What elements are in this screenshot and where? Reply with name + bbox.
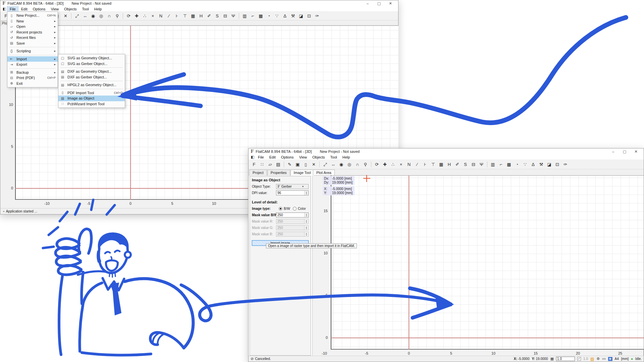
color-swatch-icon[interactable]: ▨: [590, 357, 594, 361]
dots-tool-icon[interactable]: ∵: [521, 161, 529, 168]
align-tool-icon[interactable]: ✚: [133, 12, 141, 20]
menubar-item-help[interactable]: Help: [92, 7, 104, 11]
plot-canvas[interactable]: [331, 175, 644, 350]
zoom-fit-icon[interactable]: ⤢: [73, 12, 81, 20]
save-project-icon[interactable]: ▤: [274, 161, 282, 168]
dots-tool-icon[interactable]: ∵: [273, 12, 281, 20]
subtract-tool-icon[interactable]: S: [462, 161, 469, 168]
dpi-input[interactable]: [277, 191, 304, 195]
menubar-item-options[interactable]: Options: [31, 7, 48, 11]
panelize-tool-icon[interactable]: ▦: [437, 161, 445, 168]
menubar-item-file[interactable]: File: [7, 7, 18, 11]
import-submenu-item-hpgl2-as-geometry-object[interactable]: ▤HPGL2 as Geometry Object...: [58, 82, 125, 88]
titlebar[interactable]: F FlatCAM 8.994 BETA - 64bit - [3D] New …: [249, 148, 644, 155]
import-submenu-item-image-as-object[interactable]: ▨Image as Object: [58, 96, 125, 101]
new-blank-document-icon[interactable]: ▯: [302, 161, 310, 168]
clear-plot-icon[interactable]: ◎: [97, 12, 105, 20]
menubar-item-file[interactable]: File: [256, 155, 266, 160]
rotate-tool-icon[interactable]: ⟳: [125, 12, 132, 20]
maximize-button[interactable]: ▢: [373, 1, 385, 6]
file-menu-item-new-project[interactable]: ▯New Project...Ctrl+N: [7, 13, 58, 18]
sidebar-toggle-icon[interactable]: ◧: [250, 155, 255, 159]
object-type-dropdown[interactable]: F Gerber ▾: [276, 184, 309, 189]
tab-plot-area[interactable]: Plot Area: [313, 170, 335, 175]
calculator-tool-icon[interactable]: ▥: [489, 161, 497, 168]
menubar-item-tool[interactable]: Tool: [80, 7, 91, 11]
delete-object-icon[interactable]: ✕: [310, 161, 318, 168]
menubar-item-options[interactable]: Options: [279, 155, 296, 160]
delete-object-icon[interactable]: ✕: [62, 12, 69, 20]
zoom-fit-icon[interactable]: ⤢: [321, 161, 329, 168]
replot-icon[interactable]: ◉: [89, 12, 97, 20]
menubar-item-view[interactable]: View: [297, 155, 310, 160]
file-menu-item-exit[interactable]: ⊗Exit: [7, 81, 58, 86]
clear-plot-icon[interactable]: ◎: [345, 161, 353, 168]
mirror-y-tool-icon[interactable]: N: [157, 12, 165, 20]
mask-bw-input[interactable]: [277, 213, 304, 217]
import-submenu-item-dxf-as-gerber-object[interactable]: ▤DXF as Gerber Object...: [58, 74, 125, 80]
file-menu-item-new[interactable]: ▯New▸: [7, 18, 58, 24]
grid-snap-icon[interactable]: ▦: [550, 357, 554, 361]
sidebar-toggle-icon[interactable]: ◧: [2, 7, 7, 11]
radio-bw[interactable]: [279, 207, 282, 210]
drill-tool-icon[interactable]: ⊤: [181, 12, 189, 20]
import-submenu-item-dxf-as-geometry-object[interactable]: ▤DXF as Geometry Object...: [58, 69, 125, 74]
menubar-item-view[interactable]: View: [49, 7, 61, 11]
scale-tool-icon[interactable]: ∴: [141, 12, 149, 20]
menubar-item-edit[interactable]: Edit: [19, 7, 30, 11]
radio-color[interactable]: [293, 207, 297, 210]
distance-tool-icon[interactable]: ⊦: [173, 12, 181, 20]
qrcode-tool-icon[interactable]: ▩: [505, 161, 513, 168]
subtract-tool-icon[interactable]: S: [213, 12, 221, 20]
compass-tool-icon[interactable]: ∆: [529, 161, 537, 168]
file-menu-item-export[interactable]: ⇥Export▸: [7, 62, 58, 67]
crop-tool-icon[interactable]: ⌐: [249, 12, 257, 20]
import-submenu-item-pcbwizard-import-tool[interactable]: ∷PcbWizard Import Tool: [58, 101, 125, 107]
axis-toggle-icon[interactable]: ✚: [608, 357, 612, 361]
import-submenu-item-svg-as-geometry-object[interactable]: ▢SVG as Geometry Object...: [58, 55, 125, 61]
grid-link-checkbox[interactable]: ✓: [577, 357, 581, 361]
close-button[interactable]: ✕: [385, 1, 396, 6]
menubar-item-tool[interactable]: Tool: [328, 155, 339, 160]
menubar-item-objects[interactable]: Objects: [310, 155, 327, 160]
pie-tool-icon[interactable]: ◔: [265, 12, 273, 20]
open-project-icon[interactable]: ▱: [266, 161, 274, 168]
invert-tool-icon[interactable]: ◪: [297, 12, 305, 20]
mirror-x-tool-icon[interactable]: ×: [149, 12, 157, 20]
magnet-snap-icon[interactable]: ∩: [354, 161, 361, 168]
fiducials-tool-icon[interactable]: ⚒: [289, 12, 297, 20]
spinner-arrows-icon[interactable]: ▲▼: [304, 213, 308, 217]
gear-icon[interactable]: ⚙: [596, 357, 600, 361]
dpi-spinbox[interactable]: ▲▼: [276, 190, 309, 195]
distance-tool-icon[interactable]: ⊦: [421, 161, 429, 168]
file-menu-item-print-pdf[interactable]: ⊟Print (PDF)Ctrl+P: [7, 75, 58, 81]
skew-tool-icon[interactable]: ∕: [165, 12, 173, 20]
scale-tool-icon[interactable]: ∴: [389, 161, 397, 168]
file-menu-item-save[interactable]: ▤Save▸: [7, 41, 58, 46]
select-area-tool-icon[interactable]: ⊡: [305, 12, 313, 20]
locate-pin-icon[interactable]: ⚲: [362, 161, 369, 168]
etch-pen-tool-icon[interactable]: ✑: [561, 161, 569, 168]
select-area-tool-icon[interactable]: ⊡: [553, 161, 561, 168]
close-button[interactable]: ✕: [630, 149, 642, 154]
tab-project[interactable]: Project: [249, 170, 267, 176]
flatcam-logo-icon[interactable]: F: [250, 161, 258, 168]
film-tool-icon[interactable]: H: [197, 12, 205, 20]
crop-tool-icon[interactable]: ⌐: [497, 161, 505, 168]
script-new-icon[interactable]: ∷: [258, 161, 266, 168]
tab-plot-area-clipped[interactable]: Plo: [1, 21, 7, 25]
zoom-width-icon[interactable]: ↔: [329, 161, 337, 168]
file-menu-item-open[interactable]: ▱Open▸: [7, 24, 58, 29]
drill-tool-icon[interactable]: ⊤: [429, 161, 437, 168]
paint-tool-icon[interactable]: Ψ: [478, 161, 485, 168]
panelize-tool-icon[interactable]: ▦: [189, 12, 197, 20]
file-menu-item-scripting[interactable]: {}Scripting▸: [7, 48, 58, 54]
film-tool-icon[interactable]: H: [445, 161, 453, 168]
polish-tool-icon[interactable]: ✐: [205, 12, 213, 20]
zoom-width-icon[interactable]: ↔: [81, 12, 89, 20]
menubar-item-edit[interactable]: Edit: [267, 155, 278, 160]
spinner-arrows-icon[interactable]: ▲▼: [304, 191, 308, 195]
file-menu-item-recent-projects[interactable]: ↺Recent projects▸: [7, 29, 58, 35]
titlebar[interactable]: F FlatCAM 8.994 BETA - 64bit - [3D] New …: [0, 0, 398, 6]
tab-image-tool[interactable]: Image Tool: [290, 170, 314, 176]
